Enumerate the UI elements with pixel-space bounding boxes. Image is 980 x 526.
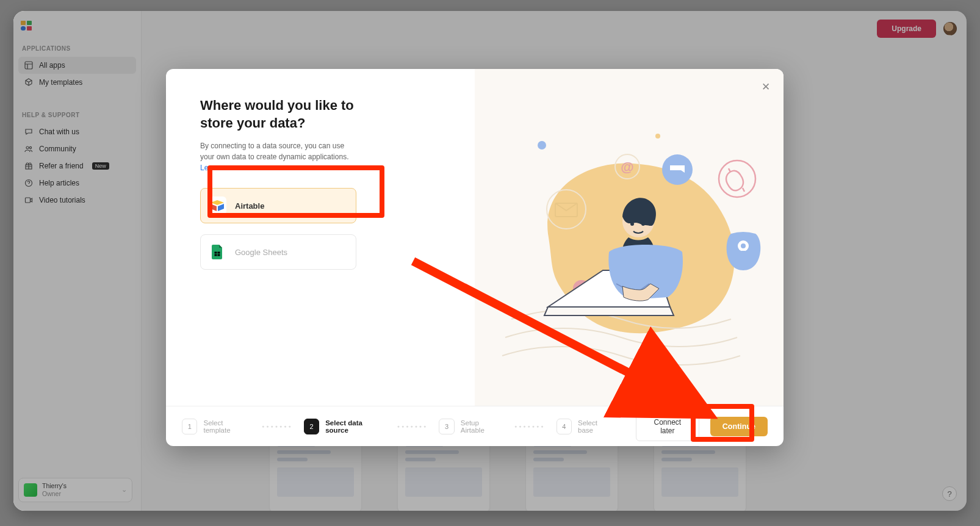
step-4: 4 Select base (557, 419, 614, 434)
sidebar-label: My templates (39, 78, 82, 87)
svg-text:@: @ (621, 159, 633, 175)
step-number: 2 (304, 419, 320, 434)
source-option-airtable[interactable]: Airtable (200, 188, 356, 223)
sidebar-label: Help articles (39, 179, 79, 187)
workspace-text: Thierry's Owner (42, 482, 67, 498)
upgrade-button[interactable]: Upgrade (877, 20, 936, 38)
modal-title: Where would you like to store your data? (200, 97, 371, 132)
sidebar-item-community[interactable]: Community (18, 140, 136, 157)
svg-point-27 (641, 222, 645, 226)
modal-footer: 1 Select template ●●●●●●● 2 Select data … (166, 406, 784, 446)
svg-point-6 (29, 146, 31, 148)
section-applications: APPLICATIONS (22, 45, 132, 52)
sidebar-label: Community (39, 145, 76, 153)
sidebar-item-help-articles[interactable]: Help articles (18, 175, 136, 192)
svg-marker-12 (218, 204, 224, 211)
step-1: 1 Select template (182, 419, 251, 434)
step-label: Select template (203, 419, 251, 434)
sidebar-label: Refer a friend (39, 162, 84, 170)
app-logo (21, 21, 136, 33)
svg-rect-3 (27, 26, 32, 31)
source-option-google-sheets[interactable]: Google Sheets (200, 234, 356, 270)
illustration: @ (475, 69, 784, 406)
grid-icon (24, 61, 33, 70)
people-icon (24, 145, 33, 153)
sidebar-item-all-apps[interactable]: All apps (18, 57, 136, 74)
svg-point-24 (741, 243, 746, 248)
workspace-switcher[interactable]: Thierry's Owner ⌄ (18, 478, 132, 502)
svg-rect-9 (26, 198, 31, 203)
svg-point-15 (655, 134, 660, 139)
step-3: 3 Setup Airtable (439, 419, 503, 434)
help-icon (24, 179, 33, 187)
workspace-role: Owner (42, 490, 67, 498)
modal-subtitle: By connecting to a data source, you can … (200, 140, 359, 173)
learn-more-link[interactable]: Learn more (200, 164, 237, 172)
sidebar-item-refer[interactable]: Refer a friend New (18, 157, 136, 175)
svg-rect-4 (25, 62, 32, 69)
continue-button[interactable]: Continue (710, 417, 768, 436)
svg-marker-11 (211, 204, 217, 211)
step-number: 4 (557, 419, 572, 434)
svg-rect-1 (27, 21, 32, 25)
svg-rect-0 (21, 21, 26, 25)
sidebar-item-video-tutorials[interactable]: Video tutorials (18, 192, 136, 209)
step-label: Select base (578, 419, 614, 434)
svg-point-22 (719, 160, 755, 197)
svg-point-26 (630, 222, 634, 226)
step-number: 3 (439, 419, 454, 434)
svg-rect-2 (21, 26, 26, 31)
data-source-modal: Where would you like to store your data?… (166, 69, 784, 446)
help-fab[interactable]: ? (942, 486, 957, 501)
step-number: 1 (182, 419, 197, 434)
svg-point-5 (26, 146, 29, 149)
topbar: Upgrade (142, 11, 967, 46)
sidebar-label: Video tutorials (39, 196, 85, 204)
video-icon (24, 196, 33, 204)
google-sheets-icon (208, 243, 226, 261)
svg-marker-10 (211, 200, 224, 205)
sidebar-item-chat[interactable]: Chat with us (18, 123, 136, 140)
new-badge: New (92, 162, 109, 170)
source-label: Airtable (235, 201, 264, 211)
avatar[interactable] (943, 22, 957, 35)
airtable-icon (208, 196, 226, 215)
sidebar-label: Chat with us (39, 128, 79, 136)
step-label: Select data source (325, 419, 386, 434)
chevron-updown-icon: ⌄ (121, 486, 127, 494)
workspace-name: Thierry's (42, 482, 67, 490)
section-help: HELP & SUPPORT (22, 112, 132, 118)
connect-later-button[interactable]: Connect later (636, 412, 699, 441)
sidebar-item-my-templates[interactable]: My templates (18, 74, 136, 91)
sidebar: APPLICATIONS All apps My templates HELP … (13, 11, 142, 511)
gift-icon (24, 162, 33, 170)
workspace-color-icon (24, 483, 37, 497)
step-label: Setup Airtable (461, 419, 503, 434)
cube-icon (24, 78, 33, 87)
chat-icon (24, 128, 33, 136)
modal-subtitle-text: By connecting to a data source, you can … (200, 142, 348, 161)
step-2: 2 Select data source (304, 419, 386, 434)
sidebar-label: All apps (39, 61, 65, 70)
svg-point-14 (538, 141, 546, 150)
source-label: Google Sheets (235, 248, 287, 257)
